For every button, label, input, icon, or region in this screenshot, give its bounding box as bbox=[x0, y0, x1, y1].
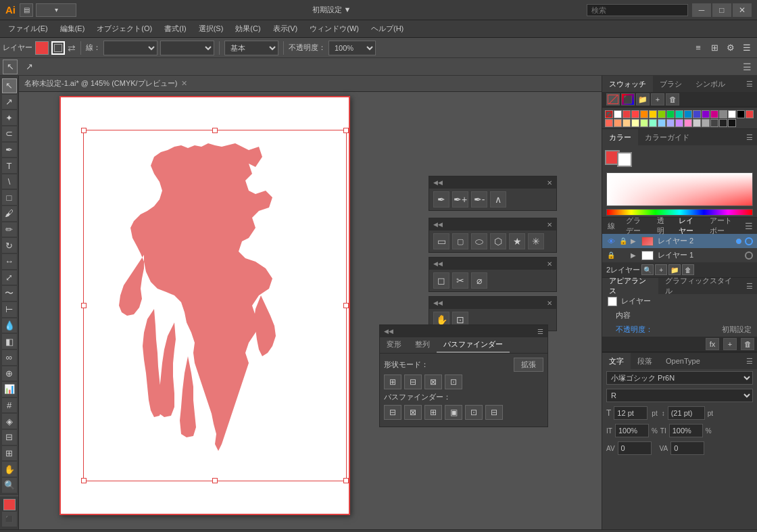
stroke-swap-icon[interactable]: ⇄ bbox=[68, 43, 76, 53]
v-scale-input[interactable] bbox=[669, 424, 703, 437]
convert-anchor-btn[interactable]: ∧ bbox=[490, 191, 506, 208]
tab-artboard[interactable]: アートボー bbox=[704, 214, 741, 238]
sw5[interactable] bbox=[658, 110, 666, 118]
sw11[interactable] bbox=[710, 110, 718, 118]
sw21[interactable] bbox=[649, 119, 657, 127]
layer-2-eye[interactable]: 👁 bbox=[606, 237, 616, 246]
rect-tool[interactable]: □ bbox=[2, 190, 17, 205]
add-anchor-btn[interactable]: ✒+ bbox=[452, 191, 468, 208]
nav-panel-close[interactable]: ✕ bbox=[547, 299, 552, 307]
tab-symbols[interactable]: シンボル bbox=[689, 76, 732, 92]
magic-wand-tool[interactable]: ✦ bbox=[2, 110, 17, 125]
appear-opacity-item[interactable]: 不透明度： 初期設定 bbox=[602, 322, 757, 337]
tab-align[interactable]: 整列 bbox=[408, 337, 437, 353]
menu-edit[interactable]: 編集(E) bbox=[55, 22, 91, 35]
sw20[interactable] bbox=[640, 119, 648, 127]
appear-del-btn[interactable]: 🗑 bbox=[741, 338, 754, 350]
tab-brushes[interactable]: ブラシ bbox=[653, 76, 689, 92]
sw9[interactable] bbox=[693, 110, 701, 118]
warp-tool[interactable]: 〜 bbox=[2, 286, 17, 301]
tab-stroke[interactable]: 線 bbox=[602, 219, 620, 233]
scissors-btn[interactable]: ✂ bbox=[452, 272, 468, 289]
search-input[interactable] bbox=[587, 4, 688, 16]
sw4[interactable] bbox=[649, 110, 657, 118]
menu-effect[interactable]: 効果(C) bbox=[230, 22, 266, 35]
menu-format[interactable]: 書式(I) bbox=[159, 22, 191, 35]
layers-folder-btn[interactable]: 📁 bbox=[668, 264, 681, 275]
font-family-dropdown[interactable]: 小塚ゴシック Pr6N bbox=[606, 371, 753, 385]
crop-btn[interactable]: ▣ bbox=[445, 405, 462, 420]
ellipse-btn[interactable]: ⬭ bbox=[471, 233, 487, 249]
tab-transform[interactable]: 変形 bbox=[380, 337, 408, 353]
transform-panel-btn[interactable]: ⊞ bbox=[707, 41, 722, 55]
rotate-tool[interactable]: ↻ bbox=[2, 238, 17, 253]
unite-btn[interactable]: ⊞ bbox=[384, 374, 401, 389]
direct-selection-tool[interactable]: ↗ bbox=[2, 95, 17, 110]
select-tool-btn[interactable]: ↖ bbox=[3, 59, 18, 74]
appearance-menu[interactable]: ☰ bbox=[742, 282, 757, 291]
fill-box-small[interactable] bbox=[3, 499, 16, 511]
direct-select-btn[interactable]: ↗ bbox=[22, 59, 36, 74]
graph-tool[interactable]: 📊 bbox=[2, 382, 17, 397]
menu-object[interactable]: オブジェクト(O) bbox=[91, 22, 157, 35]
sw1[interactable] bbox=[622, 110, 631, 118]
pen-panel-close[interactable]: ✕ bbox=[547, 179, 552, 187]
settings-btn[interactable]: ⚙ bbox=[723, 41, 738, 55]
tab-pathfinder[interactable]: パスファインダー bbox=[437, 337, 510, 353]
h-scale-input[interactable] bbox=[615, 424, 649, 437]
appear-new-btn[interactable]: + bbox=[723, 338, 737, 350]
swatch-white-reg[interactable] bbox=[614, 110, 622, 118]
layers-new-btn[interactable]: + bbox=[655, 264, 667, 275]
tab-layers[interactable]: レイヤー bbox=[673, 214, 704, 238]
leading-input[interactable] bbox=[668, 406, 705, 420]
stroke-width-dropdown[interactable] bbox=[160, 41, 214, 55]
gradient-tool[interactable]: ◧ bbox=[2, 334, 17, 349]
intersect-btn[interactable]: ⊠ bbox=[424, 374, 442, 389]
tab-paragraph[interactable]: 段落 bbox=[631, 353, 659, 369]
polygon-btn[interactable]: ⬡ bbox=[490, 233, 506, 249]
swatch-color-btn[interactable]: ⬛ bbox=[621, 93, 635, 105]
canvas-tab-close[interactable]: ✕ bbox=[181, 79, 187, 88]
sw15[interactable] bbox=[746, 110, 754, 118]
eyedropper-tool[interactable]: 💧 bbox=[2, 318, 17, 333]
sw25[interactable] bbox=[684, 119, 692, 127]
sw6[interactable] bbox=[666, 110, 675, 118]
sw8[interactable] bbox=[684, 110, 692, 118]
tab-swatches[interactable]: スウォッチ bbox=[602, 76, 653, 92]
maximize-button[interactable]: □ bbox=[712, 3, 731, 17]
layer-1-item[interactable]: 🔒 ▶ レイヤー 1 bbox=[602, 248, 757, 262]
font-style-dropdown[interactable]: R bbox=[606, 389, 753, 402]
font-size-input[interactable] bbox=[614, 406, 648, 420]
sw23[interactable] bbox=[666, 119, 675, 127]
symbol-sprayer-tool[interactable]: ⊕ bbox=[2, 366, 17, 381]
swatch-none-btn[interactable] bbox=[606, 93, 620, 105]
type-tool[interactable]: T bbox=[2, 158, 17, 173]
tab-transparency[interactable]: 透明 bbox=[652, 214, 673, 238]
typo-menu[interactable]: ☰ bbox=[742, 357, 757, 366]
sw2[interactable] bbox=[631, 110, 639, 118]
lasso-tool[interactable]: ⊂ bbox=[2, 126, 17, 141]
pen-tool-btn[interactable]: ✒ bbox=[433, 191, 449, 208]
sw14[interactable] bbox=[737, 110, 745, 118]
tracking-input[interactable] bbox=[618, 441, 652, 455]
tab-color-guide[interactable]: カラーガイド bbox=[638, 129, 696, 145]
tab-color[interactable]: カラー bbox=[602, 129, 638, 145]
sw24[interactable] bbox=[675, 119, 683, 127]
reflect-tool[interactable]: ↔ bbox=[2, 254, 17, 269]
line-tool[interactable]: \ bbox=[2, 174, 17, 189]
merge-btn[interactable]: ⊞ bbox=[424, 405, 442, 420]
pathfinder-menu-btn[interactable]: ☰ bbox=[537, 328, 543, 335]
exclude-btn[interactable]: ⊡ bbox=[445, 374, 462, 389]
selection-tool[interactable]: ↖ bbox=[2, 78, 17, 93]
sw7[interactable] bbox=[675, 110, 683, 118]
menu-icon[interactable]: ▤ bbox=[20, 3, 33, 17]
sw10[interactable] bbox=[702, 110, 710, 118]
minus-back-btn[interactable]: ⊟ bbox=[485, 405, 503, 420]
eraser-btn[interactable]: ◻ bbox=[433, 272, 449, 289]
swatch-del-btn[interactable]: 🗑 bbox=[666, 93, 679, 105]
menu-view[interactable]: 表示(V) bbox=[268, 22, 303, 35]
history-dropdown[interactable]: ▾ bbox=[36, 3, 76, 17]
sw16[interactable] bbox=[605, 119, 613, 127]
artboard-tool[interactable]: ⊟ bbox=[2, 430, 17, 445]
minus-front-btn[interactable]: ⊟ bbox=[404, 374, 422, 389]
